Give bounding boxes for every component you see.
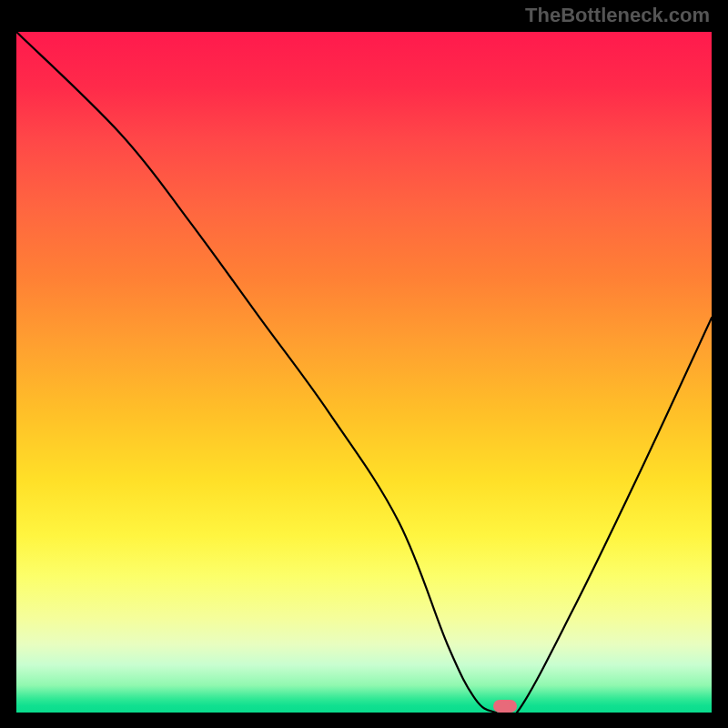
optimal-point-marker: [493, 700, 517, 713]
curve-svg: [16, 32, 712, 713]
plot-area: [16, 32, 712, 713]
bottleneck-curve: [16, 32, 712, 713]
watermark-label: TheBottleneck.com: [525, 4, 710, 27]
chart-frame: TheBottleneck.com: [0, 0, 728, 728]
